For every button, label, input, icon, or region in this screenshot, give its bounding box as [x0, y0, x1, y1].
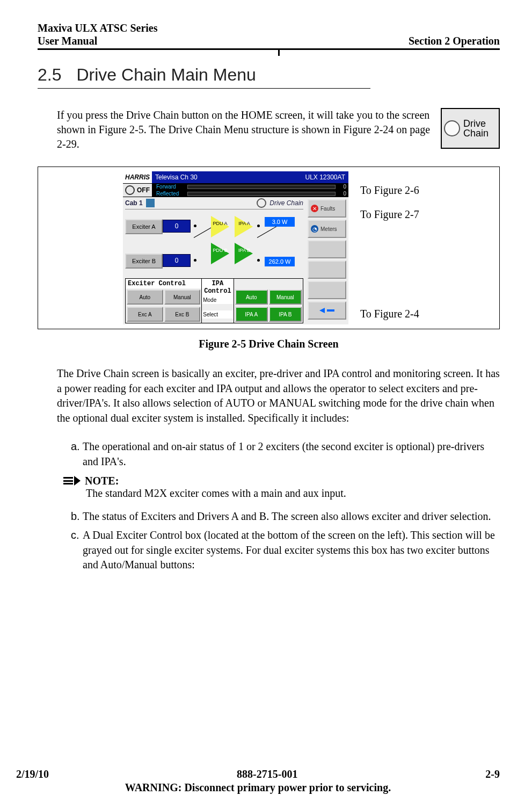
side-empty-1	[308, 240, 346, 258]
forward-meter	[187, 185, 336, 189]
footer-date: 2/19/10	[16, 768, 49, 780]
section-rule	[38, 88, 370, 89]
footer-page: 2-9	[485, 768, 500, 780]
figure-caption: Figure 2-5 Drive Chain Screen	[38, 338, 500, 350]
ipa-a-button[interactable]: IPA A	[235, 307, 268, 322]
crumb-title: Drive Chain	[269, 199, 303, 207]
mode-label: Mode	[202, 296, 233, 304]
drive-chip-line2: Chain	[463, 128, 489, 138]
ipa-auto-button[interactable]: Auto	[235, 290, 268, 305]
ipa-control-title: IPA Control	[202, 279, 233, 296]
marker-a: a.	[71, 439, 83, 469]
ipa-b-button[interactable]: IPA B	[269, 307, 302, 322]
drive-chain-icon	[444, 120, 460, 136]
select-label: Select	[202, 310, 233, 319]
footer-docnum: 888-2715-001	[237, 768, 297, 780]
side-empty-2	[308, 261, 346, 279]
page-header: Maxiva ULX ATSC Series User Manual Secti…	[38, 21, 500, 50]
intro-paragraph: If you press the Drive Chain button on t…	[57, 108, 432, 151]
off-button[interactable]: OFF	[123, 184, 152, 197]
page-footer: 2/19/10 888-2715-001 2-9 WARNING: Discon…	[16, 768, 500, 794]
ipa-a-block[interactable]	[235, 216, 253, 237]
off-label: OFF	[137, 186, 150, 194]
screen-title-right: ULX 12300AT	[305, 173, 346, 181]
power-top-readout: 3.0 W	[265, 217, 295, 227]
screen-title-center: Televisa Ch 30	[155, 173, 198, 181]
faults-label: Faults	[320, 206, 335, 212]
item-b: The status of Exciters and Drivers A and…	[83, 509, 491, 524]
anno-fig-2-7: To Figure 2-7	[360, 208, 419, 221]
header-divider-tick	[278, 48, 280, 56]
meters-button[interactable]: ◔ Meters	[308, 220, 346, 238]
exc-b-button[interactable]: Exc B	[164, 307, 201, 322]
pdu-b-block[interactable]	[211, 243, 229, 264]
drive-chain-chip[interactable]: Drive Chain	[441, 108, 500, 149]
section-title: Drive Chain Main Menu	[76, 65, 256, 85]
off-icon	[125, 185, 135, 195]
reflected-label: Reflected	[156, 191, 185, 197]
exciter-control-title: Exciter Control	[126, 279, 201, 288]
exc-a-button[interactable]: Exc A	[127, 307, 163, 322]
power-bottom-readout: 262.0 W	[265, 257, 295, 266]
anno-fig-2-4: To Figure 2-4	[360, 308, 419, 320]
harris-logo: HARRIS	[123, 171, 152, 183]
item-a: The operational and on-air status of 1 o…	[83, 439, 500, 469]
drive-chain-screen: HARRIS Televisa Ch 30 ULX 12300AT OFF Fo…	[123, 171, 348, 324]
figure-2-5: HARRIS Televisa Ch 30 ULX 12300AT OFF Fo…	[38, 167, 500, 329]
note-body: The standard M2X exciter comes with a ma…	[86, 487, 500, 500]
faults-button[interactable]: ✕ Faults	[308, 199, 346, 218]
exciter-auto-button[interactable]: Auto	[127, 290, 163, 305]
drive-chip-line1: Drive	[463, 119, 489, 128]
note-block: NOTE: The standard M2X exciter comes wit…	[63, 475, 500, 500]
exciter-manual-button[interactable]: Manual	[164, 290, 201, 305]
back-arrow-icon	[319, 308, 325, 313]
marker-c: c.	[71, 528, 83, 573]
section-number: 2.5	[38, 65, 61, 85]
note-heading: NOTE:	[85, 475, 119, 487]
chain-diagram: Exciter A 0 Exciter B 0 PDU A IPA A PDU …	[125, 212, 303, 276]
header-section: Section 2 Operation	[409, 35, 500, 47]
reflected-value: 0	[338, 191, 346, 197]
body-paragraph: The Drive Chain screen is basically an e…	[57, 366, 500, 425]
note-arrow-icon	[63, 476, 81, 486]
ipa-a-label: IPA A	[236, 221, 252, 226]
control-row: Exciter Control Auto Manual Exc A Exc B	[125, 278, 303, 323]
header-manual: User Manual	[38, 34, 158, 47]
item-c: A Dual Exciter Control box (located at t…	[83, 528, 500, 573]
back-button[interactable]	[308, 301, 346, 320]
pdu-a-block[interactable]	[211, 216, 229, 237]
exciter-a-value: 0	[163, 220, 191, 233]
exciter-b-value: 0	[163, 254, 191, 267]
section-heading: 2.5 Drive Chain Main Menu	[38, 65, 500, 85]
ipa-b-label: IPA B	[236, 248, 252, 253]
drive-chain-crumb-icon	[257, 198, 266, 208]
header-product: Maxiva ULX ATSC Series	[38, 21, 158, 34]
exciter-b-button[interactable]: Exciter B	[125, 254, 163, 269]
meters-label: Meters	[320, 226, 337, 232]
exciter-a-button[interactable]: Exciter A	[125, 219, 163, 234]
forward-label: Forward	[156, 184, 185, 190]
crumb-cab[interactable]: Cab 1	[125, 199, 143, 207]
anno-fig-2-6: To Figure 2-6	[360, 184, 419, 197]
faults-icon: ✕	[311, 205, 318, 212]
reflected-meter	[187, 192, 336, 196]
pdu-a-label: PDU A	[212, 221, 228, 226]
figure-annotations: To Figure 2-6 To Figure 2-7 To Figure 2-…	[355, 171, 419, 324]
ipa-b-block[interactable]	[235, 243, 253, 264]
meters-icon: ◔	[311, 225, 318, 233]
footer-warning: WARNING: Disconnect primary power prior …	[16, 782, 500, 794]
marker-b: b.	[71, 509, 83, 524]
home-icon[interactable]	[146, 199, 155, 207]
ipa-manual-button[interactable]: Manual	[269, 290, 302, 305]
back-arrow-stem	[327, 309, 334, 312]
forward-value: 0	[338, 184, 346, 190]
side-panel: ✕ Faults ◔ Meters	[305, 197, 348, 324]
side-empty-3	[308, 281, 346, 299]
pdu-b-label: PDU B	[212, 248, 228, 253]
